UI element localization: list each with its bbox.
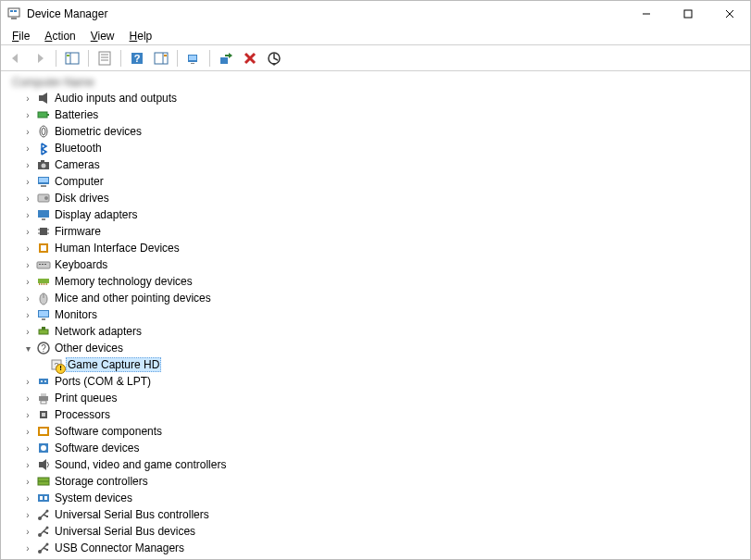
expand-arrow-icon[interactable]: › (21, 242, 34, 255)
svg-rect-5 (684, 10, 692, 18)
expand-arrow-icon[interactable]: › (21, 458, 34, 471)
expand-arrow-icon[interactable]: › (21, 475, 34, 488)
tree-item[interactable]: ›Biometric devices (19, 123, 750, 140)
expand-arrow-icon[interactable]: › (21, 541, 34, 554)
tree-item[interactable]: ›Software devices (19, 440, 750, 456)
expand-arrow-icon[interactable]: › (21, 442, 34, 454)
tree-item[interactable]: ›System devices (19, 490, 750, 506)
app-icon (6, 6, 21, 21)
tree-item[interactable]: ›Cameras (19, 156, 750, 173)
tree-item[interactable]: ›Network adapters (19, 323, 750, 340)
toolbar-back-button[interactable] (5, 47, 27, 69)
expand-arrow-icon[interactable]: › (21, 158, 34, 171)
svg-rect-31 (38, 112, 47, 118)
svg-point-98 (46, 527, 49, 529)
expand-arrow-icon[interactable]: › (21, 525, 34, 538)
device-tree[interactable]: Computer-Name ›Audio inputs and outputs›… (1, 71, 750, 559)
menu-file[interactable]: File (5, 28, 37, 44)
expand-arrow-icon[interactable]: › (21, 375, 34, 388)
sys-icon (36, 491, 51, 505)
tree-item[interactable]: ›Sound, video and game controllers (19, 456, 750, 473)
toolbar-disable-button[interactable] (263, 47, 285, 69)
menu-bar: File Action View Help (1, 27, 750, 45)
toolbar-properties-button[interactable] (94, 47, 116, 69)
tree-item[interactable]: ›Monitors (19, 306, 750, 323)
other-icon: ? (36, 341, 51, 355)
expand-arrow-icon[interactable]: ▾ (21, 342, 34, 355)
expand-arrow-icon[interactable]: › (21, 175, 34, 188)
svg-rect-59 (43, 283, 44, 285)
expand-arrow-icon[interactable]: › (21, 125, 34, 138)
expand-arrow-icon[interactable]: › (21, 92, 34, 105)
expand-arrow-icon[interactable]: › (21, 408, 34, 421)
svg-rect-21 (189, 56, 196, 60)
svg-rect-85 (39, 462, 43, 467)
toolbar-show-action-pane-button[interactable] (150, 47, 172, 69)
toolbar-separator (209, 50, 210, 67)
tree-item[interactable]: ›Software components (19, 423, 750, 440)
usb-icon (36, 541, 51, 555)
tree-item[interactable]: ▾?Other devices (19, 340, 750, 356)
unknown-icon: ? (49, 357, 64, 372)
toolbar-uninstall-button[interactable] (239, 47, 261, 69)
toolbar-forward-button[interactable] (29, 47, 51, 69)
tree-item-label: Biometric devices (53, 125, 144, 138)
svg-rect-32 (47, 114, 49, 116)
svg-rect-54 (42, 264, 44, 265)
expand-arrow-icon[interactable]: › (21, 275, 34, 288)
tree-item[interactable]: ›Ports (COM & LPT) (19, 373, 750, 390)
tree-item[interactable]: ›Audio inputs and outputs (19, 90, 750, 106)
tree-item[interactable]: ?Game Capture HD (47, 356, 750, 373)
tree-item[interactable]: ›Computer (19, 173, 750, 190)
tree-item[interactable]: ›Keyboards (19, 256, 750, 273)
toolbar-update-driver-button[interactable] (215, 47, 237, 69)
tree-item[interactable]: ›Bluetooth (19, 140, 750, 156)
expand-arrow-icon[interactable]: › (21, 192, 34, 205)
expand-arrow-icon[interactable]: › (21, 225, 34, 238)
tree-item[interactable]: ›Batteries (19, 106, 750, 123)
tree-item[interactable]: ›Display adapters (19, 206, 750, 223)
menu-action[interactable]: Action (37, 28, 82, 44)
expand-arrow-icon[interactable]: › (21, 258, 34, 271)
tree-item[interactable]: ›USB Connector Managers (19, 540, 750, 556)
tree-item[interactable]: ›Universal Serial Bus controllers (19, 506, 750, 523)
tree-item[interactable]: ›Human Interface Devices (19, 240, 750, 256)
svg-rect-67 (39, 330, 48, 334)
svg-text:?: ? (134, 53, 141, 64)
window-title: Device Manager (27, 7, 107, 20)
tree-item-label: Software devices (53, 442, 141, 454)
expand-arrow-icon[interactable]: › (21, 142, 34, 155)
tree-item[interactable]: ›Print queues (19, 390, 750, 406)
toolbar-help-button[interactable]: ? (126, 47, 148, 69)
close-button[interactable] (708, 1, 750, 27)
expand-arrow-icon[interactable]: › (21, 292, 34, 305)
tree-item[interactable]: ›Disk drives (19, 190, 750, 206)
expand-arrow-icon[interactable]: › (21, 208, 34, 221)
expand-arrow-icon[interactable]: › (21, 325, 34, 338)
menu-help[interactable]: Help (122, 28, 160, 44)
svg-rect-58 (41, 283, 42, 285)
tree-item[interactable]: ›Memory technology devices (19, 273, 750, 290)
print-icon (36, 391, 51, 405)
expand-arrow-icon[interactable]: › (21, 425, 34, 438)
toolbar-scan-button[interactable] (182, 47, 205, 69)
toolbar-show-tree-button[interactable] (61, 47, 83, 69)
tree-item[interactable]: ›Universal Serial Bus devices (19, 523, 750, 540)
menu-view[interactable]: View (83, 28, 122, 44)
minimize-button[interactable] (625, 1, 667, 27)
tree-item[interactable]: ›Firmware (19, 223, 750, 240)
expand-arrow-icon[interactable]: › (21, 108, 34, 121)
tree-item[interactable]: ›Processors (19, 406, 750, 423)
expand-arrow-icon[interactable]: › (21, 492, 34, 504)
tree-item[interactable]: ›Mice and other pointing devices (19, 290, 750, 306)
svg-rect-44 (42, 218, 45, 220)
kbd-icon (36, 257, 51, 272)
svg-rect-53 (39, 264, 41, 265)
expand-arrow-icon[interactable]: › (21, 392, 34, 404)
tree-root[interactable]: Computer-Name (6, 75, 750, 90)
tree-item[interactable]: ›Storage controllers (19, 473, 750, 490)
expand-arrow-icon[interactable]: › (21, 508, 34, 521)
maximize-button[interactable] (667, 1, 708, 27)
expand-arrow-icon[interactable]: › (21, 308, 34, 321)
tree-item-label: Universal Serial Bus controllers (53, 508, 211, 521)
